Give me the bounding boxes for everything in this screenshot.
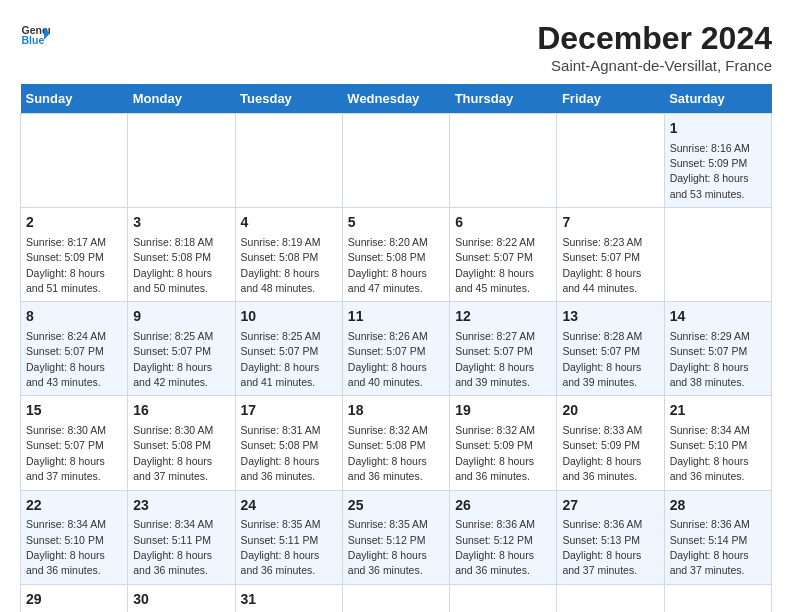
calendar-cell: 23Sunrise: 8:34 AMSunset: 5:11 PMDayligh… (128, 490, 235, 584)
sunset-info: Sunset: 5:09 PM (26, 251, 104, 263)
day-number: 11 (348, 307, 444, 327)
column-header-monday: Monday (128, 84, 235, 114)
logo: General Blue (20, 20, 54, 50)
calendar-row: 22Sunrise: 8:34 AMSunset: 5:10 PMDayligh… (21, 490, 772, 584)
calendar-row: 8Sunrise: 8:24 AMSunset: 5:07 PMDaylight… (21, 302, 772, 396)
calendar-cell: 26Sunrise: 8:36 AMSunset: 5:12 PMDayligh… (450, 490, 557, 584)
sunset-info: Sunset: 5:12 PM (455, 534, 533, 546)
sunrise-info: Sunrise: 8:34 AM (670, 424, 750, 436)
calendar-cell: 11Sunrise: 8:26 AMSunset: 5:07 PMDayligh… (342, 302, 449, 396)
calendar-cell: 24Sunrise: 8:35 AMSunset: 5:11 PMDayligh… (235, 490, 342, 584)
day-number: 12 (455, 307, 551, 327)
day-number: 15 (26, 401, 122, 421)
sunrise-info: Sunrise: 8:35 AM (241, 518, 321, 530)
calendar-cell: 5Sunrise: 8:20 AMSunset: 5:08 PMDaylight… (342, 208, 449, 302)
daylight-info: Daylight: 8 hours and 39 minutes. (455, 361, 534, 388)
sunrise-info: Sunrise: 8:29 AM (670, 330, 750, 342)
sunset-info: Sunset: 5:14 PM (670, 534, 748, 546)
sunset-info: Sunset: 5:09 PM (670, 157, 748, 169)
sunrise-info: Sunrise: 8:27 AM (455, 330, 535, 342)
calendar-cell: 15Sunrise: 8:30 AMSunset: 5:07 PMDayligh… (21, 396, 128, 490)
calendar-cell: 7Sunrise: 8:23 AMSunset: 5:07 PMDaylight… (557, 208, 664, 302)
daylight-info: Daylight: 8 hours and 38 minutes. (670, 361, 749, 388)
calendar-cell (342, 114, 449, 208)
sunset-info: Sunset: 5:08 PM (348, 439, 426, 451)
daylight-info: Daylight: 8 hours and 36 minutes. (26, 549, 105, 576)
daylight-info: Daylight: 8 hours and 39 minutes. (562, 361, 641, 388)
calendar-cell (235, 114, 342, 208)
calendar-cell: 10Sunrise: 8:25 AMSunset: 5:07 PMDayligh… (235, 302, 342, 396)
day-number: 14 (670, 307, 766, 327)
day-number: 29 (26, 590, 122, 610)
sunset-info: Sunset: 5:11 PM (133, 534, 211, 546)
day-number: 3 (133, 213, 229, 233)
calendar-cell: 21Sunrise: 8:34 AMSunset: 5:10 PMDayligh… (664, 396, 771, 490)
sunrise-info: Sunrise: 8:30 AM (133, 424, 213, 436)
day-number: 31 (241, 590, 337, 610)
calendar-row: 29Sunrise: 8:36 AMSunset: 5:15 PMDayligh… (21, 584, 772, 612)
sunrise-info: Sunrise: 8:20 AM (348, 236, 428, 248)
sunset-info: Sunset: 5:07 PM (26, 439, 104, 451)
calendar-cell: 29Sunrise: 8:36 AMSunset: 5:15 PMDayligh… (21, 584, 128, 612)
sunrise-info: Sunrise: 8:34 AM (26, 518, 106, 530)
svg-text:Blue: Blue (22, 34, 45, 46)
calendar-cell: 20Sunrise: 8:33 AMSunset: 5:09 PMDayligh… (557, 396, 664, 490)
calendar-cell: 28Sunrise: 8:36 AMSunset: 5:14 PMDayligh… (664, 490, 771, 584)
sunset-info: Sunset: 5:11 PM (241, 534, 319, 546)
column-header-friday: Friday (557, 84, 664, 114)
calendar-cell (557, 114, 664, 208)
day-number: 28 (670, 496, 766, 516)
daylight-info: Daylight: 8 hours and 36 minutes. (455, 549, 534, 576)
day-number: 10 (241, 307, 337, 327)
daylight-info: Daylight: 8 hours and 44 minutes. (562, 267, 641, 294)
day-number: 19 (455, 401, 551, 421)
day-number: 21 (670, 401, 766, 421)
calendar-row: 1Sunrise: 8:16 AMSunset: 5:09 PMDaylight… (21, 114, 772, 208)
calendar-cell: 13Sunrise: 8:28 AMSunset: 5:07 PMDayligh… (557, 302, 664, 396)
sunrise-info: Sunrise: 8:32 AM (455, 424, 535, 436)
sunrise-info: Sunrise: 8:28 AM (562, 330, 642, 342)
calendar-cell: 9Sunrise: 8:25 AMSunset: 5:07 PMDaylight… (128, 302, 235, 396)
page-header: General Blue December 2024 Saint-Agnant-… (20, 20, 772, 74)
calendar-row: 15Sunrise: 8:30 AMSunset: 5:07 PMDayligh… (21, 396, 772, 490)
daylight-info: Daylight: 8 hours and 45 minutes. (455, 267, 534, 294)
calendar-cell (450, 114, 557, 208)
calendar-cell: 16Sunrise: 8:30 AMSunset: 5:08 PMDayligh… (128, 396, 235, 490)
sunset-info: Sunset: 5:13 PM (562, 534, 640, 546)
calendar-cell: 30Sunrise: 8:36 AMSunset: 5:16 PMDayligh… (128, 584, 235, 612)
day-number: 2 (26, 213, 122, 233)
day-number: 5 (348, 213, 444, 233)
sunset-info: Sunset: 5:08 PM (133, 251, 211, 263)
calendar-cell: 18Sunrise: 8:32 AMSunset: 5:08 PMDayligh… (342, 396, 449, 490)
day-number: 26 (455, 496, 551, 516)
day-number: 23 (133, 496, 229, 516)
sunset-info: Sunset: 5:07 PM (348, 345, 426, 357)
sunset-info: Sunset: 5:08 PM (348, 251, 426, 263)
sunrise-info: Sunrise: 8:33 AM (562, 424, 642, 436)
calendar-row: 2Sunrise: 8:17 AMSunset: 5:09 PMDaylight… (21, 208, 772, 302)
logo-icon: General Blue (20, 20, 50, 50)
sunset-info: Sunset: 5:07 PM (670, 345, 748, 357)
calendar-cell: 19Sunrise: 8:32 AMSunset: 5:09 PMDayligh… (450, 396, 557, 490)
calendar-cell (664, 208, 771, 302)
calendar-cell: 2Sunrise: 8:17 AMSunset: 5:09 PMDaylight… (21, 208, 128, 302)
daylight-info: Daylight: 8 hours and 36 minutes. (133, 549, 212, 576)
sunset-info: Sunset: 5:10 PM (26, 534, 104, 546)
calendar-cell (664, 584, 771, 612)
daylight-info: Daylight: 8 hours and 51 minutes. (26, 267, 105, 294)
day-number: 24 (241, 496, 337, 516)
calendar-cell (557, 584, 664, 612)
calendar-cell: 3Sunrise: 8:18 AMSunset: 5:08 PMDaylight… (128, 208, 235, 302)
sunrise-info: Sunrise: 8:16 AM (670, 142, 750, 154)
sunset-info: Sunset: 5:12 PM (348, 534, 426, 546)
sunrise-info: Sunrise: 8:24 AM (26, 330, 106, 342)
day-number: 9 (133, 307, 229, 327)
sunrise-info: Sunrise: 8:34 AM (133, 518, 213, 530)
daylight-info: Daylight: 8 hours and 36 minutes. (670, 455, 749, 482)
sunset-info: Sunset: 5:08 PM (241, 251, 319, 263)
calendar-cell (450, 584, 557, 612)
daylight-info: Daylight: 8 hours and 43 minutes. (26, 361, 105, 388)
day-number: 13 (562, 307, 658, 327)
daylight-info: Daylight: 8 hours and 36 minutes. (241, 455, 320, 482)
calendar-cell: 8Sunrise: 8:24 AMSunset: 5:07 PMDaylight… (21, 302, 128, 396)
